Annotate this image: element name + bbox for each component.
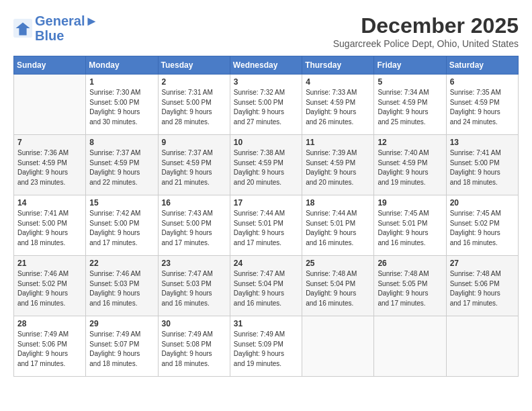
day-number: 18 [306,198,370,208]
day-info: Sunrise: 7:48 AM Sunset: 5:05 PM Dayligh… [378,269,442,308]
day-number: 19 [378,198,442,208]
day-info: Sunrise: 7:37 AM Sunset: 4:59 PM Dayligh… [162,148,226,187]
day-number: 26 [378,259,442,268]
day-info: Sunrise: 7:46 AM Sunset: 5:03 PM Dayligh… [89,269,154,308]
day-number: 9 [162,138,226,147]
day-number: 14 [17,198,82,208]
weekday-header: Saturday [446,56,518,75]
day-info: Sunrise: 7:49 AM Sunset: 5:06 PM Dayligh… [17,330,82,369]
day-info: Sunrise: 7:49 AM Sunset: 5:08 PM Dayligh… [162,330,226,369]
day-number: 23 [162,259,226,268]
title-block: December 2025 Sugarcreek Police Dept, Oh… [333,13,519,49]
calendar-week-row: 21Sunrise: 7:46 AM Sunset: 5:02 PM Dayli… [14,256,519,316]
calendar-cell: 8Sunrise: 7:37 AM Sunset: 4:59 PM Daylig… [86,135,158,195]
logo-icon [13,19,32,38]
calendar-cell: 29Sunrise: 7:49 AM Sunset: 5:07 PM Dayli… [86,316,158,377]
calendar-week-row: 14Sunrise: 7:41 AM Sunset: 5:00 PM Dayli… [14,195,519,256]
calendar-cell: 28Sunrise: 7:49 AM Sunset: 5:06 PM Dayli… [14,316,86,377]
day-info: Sunrise: 7:31 AM Sunset: 5:00 PM Dayligh… [162,88,226,127]
day-number: 6 [450,77,515,87]
weekday-header: Thursday [302,56,374,75]
calendar-cell [14,75,86,135]
calendar-week-row: 28Sunrise: 7:49 AM Sunset: 5:06 PM Dayli… [14,316,519,377]
calendar-cell: 23Sunrise: 7:47 AM Sunset: 5:03 PM Dayli… [158,256,230,316]
day-info: Sunrise: 7:46 AM Sunset: 5:02 PM Dayligh… [17,269,82,308]
calendar-cell: 21Sunrise: 7:46 AM Sunset: 5:02 PM Dayli… [14,256,86,316]
logo-text: General► Blue [35,13,98,43]
day-info: Sunrise: 7:45 AM Sunset: 5:01 PM Dayligh… [378,209,442,248]
day-info: Sunrise: 7:44 AM Sunset: 5:01 PM Dayligh… [234,209,298,248]
calendar-cell: 2Sunrise: 7:31 AM Sunset: 5:00 PM Daylig… [158,75,230,135]
day-number: 13 [450,138,515,147]
day-number: 16 [162,198,226,208]
day-info: Sunrise: 7:48 AM Sunset: 5:06 PM Dayligh… [450,269,515,308]
weekday-header: Tuesday [158,56,230,75]
calendar-cell: 25Sunrise: 7:48 AM Sunset: 5:04 PM Dayli… [302,256,374,316]
calendar-cell: 3Sunrise: 7:32 AM Sunset: 5:00 PM Daylig… [230,75,302,135]
calendar-table: SundayMondayTuesdayWednesdayThursdayFrid… [13,56,519,377]
calendar-cell [446,316,518,377]
calendar-cell: 31Sunrise: 7:49 AM Sunset: 5:09 PM Dayli… [230,316,302,377]
calendar-cell: 18Sunrise: 7:44 AM Sunset: 5:01 PM Dayli… [302,195,374,256]
calendar-week-row: 1Sunrise: 7:30 AM Sunset: 5:00 PM Daylig… [14,75,519,135]
calendar-week-row: 7Sunrise: 7:36 AM Sunset: 4:59 PM Daylig… [14,135,519,195]
weekday-header: Friday [374,56,446,75]
location-subtitle: Sugarcreek Police Dept, Ohio, United Sta… [333,38,519,49]
calendar-cell: 24Sunrise: 7:47 AM Sunset: 5:04 PM Dayli… [230,256,302,316]
calendar-cell: 1Sunrise: 7:30 AM Sunset: 5:00 PM Daylig… [86,75,158,135]
page-header: General► Blue December 2025 Sugarcreek P… [13,13,519,49]
day-info: Sunrise: 7:47 AM Sunset: 5:03 PM Dayligh… [162,269,226,308]
day-number: 1 [89,77,154,87]
day-info: Sunrise: 7:47 AM Sunset: 5:04 PM Dayligh… [234,269,298,308]
calendar-cell: 12Sunrise: 7:40 AM Sunset: 4:59 PM Dayli… [374,135,446,195]
day-number: 7 [17,138,82,147]
calendar-cell: 5Sunrise: 7:34 AM Sunset: 4:59 PM Daylig… [374,75,446,135]
calendar-cell: 19Sunrise: 7:45 AM Sunset: 5:01 PM Dayli… [374,195,446,256]
day-number: 12 [378,138,442,147]
day-number: 10 [234,138,298,147]
day-number: 5 [378,77,442,87]
calendar-cell: 17Sunrise: 7:44 AM Sunset: 5:01 PM Dayli… [230,195,302,256]
day-number: 4 [306,77,370,87]
day-info: Sunrise: 7:39 AM Sunset: 4:59 PM Dayligh… [306,148,370,187]
weekday-header: Wednesday [230,56,302,75]
calendar-cell: 6Sunrise: 7:35 AM Sunset: 4:59 PM Daylig… [446,75,518,135]
day-number: 29 [89,319,154,328]
day-info: Sunrise: 7:49 AM Sunset: 5:09 PM Dayligh… [234,330,298,369]
day-info: Sunrise: 7:41 AM Sunset: 5:00 PM Dayligh… [450,148,515,187]
calendar-cell: 10Sunrise: 7:38 AM Sunset: 4:59 PM Dayli… [230,135,302,195]
day-number: 20 [450,198,515,208]
day-info: Sunrise: 7:40 AM Sunset: 4:59 PM Dayligh… [378,148,442,187]
day-number: 25 [306,259,370,268]
day-number: 22 [89,259,154,268]
calendar-cell: 9Sunrise: 7:37 AM Sunset: 4:59 PM Daylig… [158,135,230,195]
calendar-cell: 15Sunrise: 7:42 AM Sunset: 5:00 PM Dayli… [86,195,158,256]
weekday-header: Sunday [14,56,86,75]
day-number: 28 [17,319,82,328]
calendar-cell: 11Sunrise: 7:39 AM Sunset: 4:59 PM Dayli… [302,135,374,195]
day-info: Sunrise: 7:38 AM Sunset: 4:59 PM Dayligh… [234,148,298,187]
day-info: Sunrise: 7:42 AM Sunset: 5:00 PM Dayligh… [89,209,154,248]
day-info: Sunrise: 7:43 AM Sunset: 5:00 PM Dayligh… [162,209,226,248]
day-info: Sunrise: 7:44 AM Sunset: 5:01 PM Dayligh… [306,209,370,248]
day-number: 27 [450,259,515,268]
calendar-cell: 16Sunrise: 7:43 AM Sunset: 5:00 PM Dayli… [158,195,230,256]
day-info: Sunrise: 7:37 AM Sunset: 4:59 PM Dayligh… [89,148,154,187]
weekday-header-row: SundayMondayTuesdayWednesdayThursdayFrid… [14,56,519,75]
day-number: 2 [162,77,226,87]
day-number: 11 [306,138,370,147]
day-number: 15 [89,198,154,208]
day-number: 24 [234,259,298,268]
calendar-cell: 13Sunrise: 7:41 AM Sunset: 5:00 PM Dayli… [446,135,518,195]
calendar-cell: 20Sunrise: 7:45 AM Sunset: 5:02 PM Dayli… [446,195,518,256]
calendar-cell: 26Sunrise: 7:48 AM Sunset: 5:05 PM Dayli… [374,256,446,316]
day-info: Sunrise: 7:34 AM Sunset: 4:59 PM Dayligh… [378,88,442,127]
day-number: 30 [162,319,226,328]
calendar-cell [374,316,446,377]
day-number: 17 [234,198,298,208]
day-info: Sunrise: 7:49 AM Sunset: 5:07 PM Dayligh… [89,330,154,369]
day-info: Sunrise: 7:32 AM Sunset: 5:00 PM Dayligh… [234,88,298,127]
calendar-cell: 4Sunrise: 7:33 AM Sunset: 4:59 PM Daylig… [302,75,374,135]
calendar-cell: 7Sunrise: 7:36 AM Sunset: 4:59 PM Daylig… [14,135,86,195]
day-info: Sunrise: 7:33 AM Sunset: 4:59 PM Dayligh… [306,88,370,127]
